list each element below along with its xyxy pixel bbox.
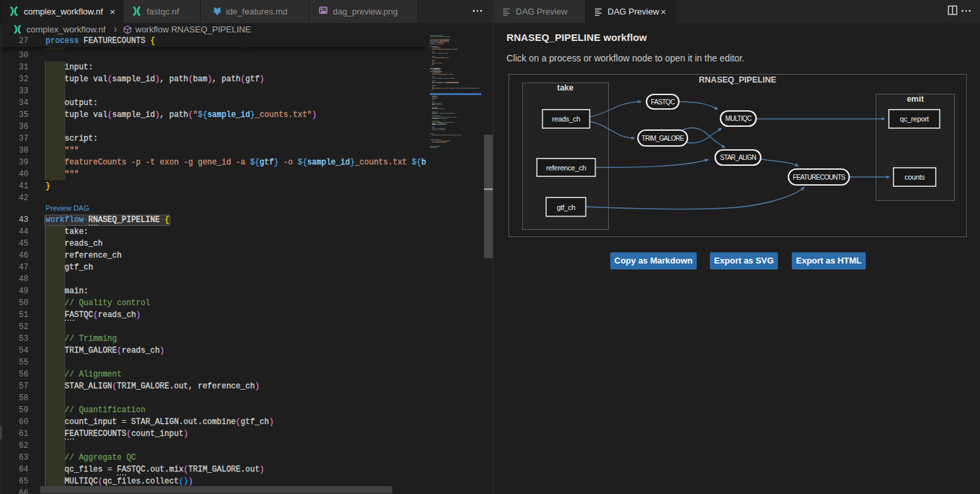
svg-text:take: take <box>557 83 573 92</box>
svg-text:reads_ch: reads_ch <box>552 115 580 123</box>
svg-text:counts: counts <box>905 173 925 181</box>
svg-text:STAR_ALIGN: STAR_ALIGN <box>720 154 756 161</box>
svg-text:emit: emit <box>907 94 925 104</box>
svg-text:FASTQC: FASTQC <box>651 98 675 106</box>
svg-text:RNASEQ_PIPELINE: RNASEQ_PIPELINE <box>699 75 776 85</box>
svg-text:FEATURECOUNTS: FEATURECOUNTS <box>792 174 845 181</box>
svg-text:reference_ch: reference_ch <box>546 164 586 172</box>
svg-text:gtf_ch: gtf_ch <box>557 203 575 211</box>
svg-text:qc_report: qc_report <box>900 115 929 123</box>
svg-text:MULTIQC: MULTIQC <box>725 115 752 122</box>
svg-text:TRIM_GALORE: TRIM_GALORE <box>642 135 685 142</box>
